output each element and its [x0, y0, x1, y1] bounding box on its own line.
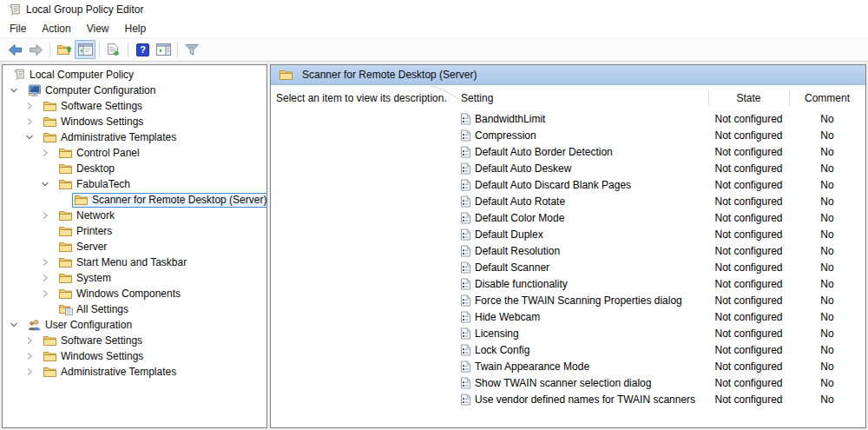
comment-value: No: [789, 162, 865, 175]
chevron-down-icon[interactable]: [25, 129, 41, 145]
chevron-right-icon[interactable]: [25, 333, 41, 348]
tree-item-label: Local Computer Policy: [30, 69, 134, 81]
tree-item-software-settings[interactable]: Software Settings: [3, 98, 266, 114]
show-action-pane-button[interactable]: [153, 40, 174, 59]
setting-name: Use vendor defined names for TWAIN scann…: [475, 394, 695, 406]
chevron-right-icon[interactable]: [25, 98, 41, 114]
menu-help[interactable]: Help: [117, 20, 155, 37]
forward-button[interactable]: [25, 40, 46, 59]
tree-labelbox: Computer Configuration: [25, 83, 159, 98]
tree-item-system[interactable]: System: [3, 270, 266, 286]
comment-value: No: [789, 361, 865, 373]
settings-row-default-auto-border-detection[interactable]: Default Auto Border DetectionNot configu…: [459, 143, 865, 160]
tree-item-printers[interactable]: Printers: [3, 223, 266, 239]
settings-row-default-auto-deskew[interactable]: Default Auto DeskewNot configuredNo: [459, 160, 865, 176]
settings-row-disable-functionality[interactable]: Disable functionalityNot configuredNo: [459, 275, 865, 292]
policy-setting-icon: [460, 278, 472, 290]
chevron-right-icon[interactable]: [41, 270, 56, 286]
settings-row-default-color-mode[interactable]: Default Color ModeNot configuredNo: [459, 209, 865, 226]
export-list-button[interactable]: [103, 40, 124, 59]
menu-bar: File Action View Help: [0, 19, 868, 38]
tree-item-administrative-templates[interactable]: Administrative Templates: [3, 364, 266, 380]
settings-row-use-vendor-defined-names-for-twain-scanners[interactable]: Use vendor defined names for TWAIN scann…: [459, 391, 865, 407]
help-button[interactable]: ?: [132, 40, 153, 59]
tree-item-server[interactable]: Server: [3, 239, 266, 255]
details-header-title: Scanner for Remote Desktop (Server): [302, 69, 477, 81]
settings-row-lock-config[interactable]: Lock ConfigNot configuredNo: [459, 341, 865, 358]
settings-row-force-the-twain-scanning-properties-dialog[interactable]: Force the TWAIN Scanning Properties dial…: [459, 292, 865, 308]
menu-view[interactable]: View: [79, 20, 117, 37]
settings-row-default-auto-rotate[interactable]: Default Auto RotateNot configuredNo: [459, 193, 865, 209]
policy-setting-icon: [460, 195, 472, 208]
chevron-down-icon[interactable]: [10, 83, 25, 98]
show-console-tree-button[interactable]: [75, 40, 95, 59]
policy-setting-icon: [460, 212, 472, 224]
toolbar-separator: [177, 43, 178, 57]
chevron-right-icon[interactable]: [41, 255, 56, 270]
settings-row-default-duplex[interactable]: Default DuplexNot configuredNo: [459, 226, 865, 242]
tree-item-scanner-for-remote-desktop-server[interactable]: Scanner for Remote Desktop (Server): [3, 192, 266, 208]
settings-row-twain-appearance-mode[interactable]: Twain Appearance ModeNot configuredNo: [459, 358, 865, 374]
settings-row-bandwidthlimit[interactable]: BandwidthLimitNot configuredNo: [459, 110, 865, 127]
setting-name: Compression: [475, 129, 536, 142]
settings-row-default-auto-discard-blank-pages[interactable]: Default Auto Discard Blank PagesNot conf…: [459, 176, 865, 193]
chevron-down-icon[interactable]: [10, 317, 25, 333]
setting-cell: Lock Config: [459, 344, 708, 356]
show-action-pane-icon: [156, 43, 171, 56]
tree-item-control-panel[interactable]: Control Panel: [3, 145, 266, 161]
tree-item-label: Administrative Templates: [61, 131, 176, 143]
tree-item-all-settings[interactable]: All Settings: [3, 301, 266, 317]
settings-row-licensing[interactable]: LicensingNot configuredNo: [459, 325, 865, 341]
tree-item-desktop[interactable]: Desktop: [3, 161, 266, 176]
tree-item-software-settings[interactable]: Software Settings: [3, 333, 266, 348]
tree-item-local-computer-policy[interactable]: Local Computer Policy: [3, 67, 266, 83]
back-button[interactable]: [4, 40, 25, 59]
tree-item-label: System: [76, 272, 111, 284]
tree-labelbox: Network: [56, 208, 118, 223]
column-header-comment[interactable]: Comment: [789, 92, 865, 104]
state-value: Not configured: [708, 179, 789, 191]
tree-item-windows-components[interactable]: Windows Components: [3, 286, 266, 301]
tree-item-label: Scanner for Remote Desktop (Server): [92, 194, 266, 206]
tree-item-network[interactable]: Network: [3, 208, 266, 223]
chevron-down-icon[interactable]: [41, 176, 56, 192]
setting-cell: Disable functionality: [459, 278, 708, 290]
column-header-setting[interactable]: Setting: [459, 92, 708, 104]
setting-cell: Default Scanner: [459, 261, 708, 274]
state-value: Not configured: [708, 394, 789, 406]
menu-file[interactable]: File: [2, 20, 34, 37]
svg-text:?: ?: [140, 44, 146, 55]
tree-item-computer-configuration[interactable]: Computer Configuration: [3, 83, 266, 98]
toolbar: ?: [0, 38, 868, 62]
tree-item-start-menu-and-taskbar[interactable]: Start Menu and Taskbar: [3, 255, 266, 270]
tree-item-administrative-templates[interactable]: Administrative Templates: [3, 129, 266, 145]
chevron-right-icon[interactable]: [25, 114, 41, 129]
chevron-right-icon[interactable]: [41, 145, 56, 161]
settings-row-default-scanner[interactable]: Default ScannerNot configuredNo: [459, 259, 865, 275]
settings-row-show-twain-scanner-selection-dialog[interactable]: Show TWAIN scanner selection dialogNot c…: [459, 374, 865, 391]
setting-cell: Force the TWAIN Scanning Properties dial…: [459, 294, 708, 307]
comment-value: No: [789, 212, 865, 224]
comment-value: No: [789, 179, 865, 191]
column-header-state[interactable]: State: [708, 92, 789, 104]
tree-item-windows-settings[interactable]: Windows Settings: [3, 348, 266, 364]
menu-action[interactable]: Action: [34, 20, 78, 37]
chevron-right-icon[interactable]: [25, 364, 41, 380]
state-value: Not configured: [708, 361, 789, 373]
tree-item-user-configuration[interactable]: User Configuration: [3, 317, 266, 333]
settings-row-hide-webcam[interactable]: Hide WebcamNot configuredNo: [459, 308, 865, 325]
filter-button[interactable]: [181, 40, 202, 59]
chevron-right-icon[interactable]: [41, 286, 56, 301]
tree-item-windows-settings[interactable]: Windows Settings: [3, 114, 266, 129]
chevron-right-icon[interactable]: [25, 348, 41, 364]
setting-name: Default Scanner: [475, 261, 549, 274]
folder-icon: [43, 335, 57, 346]
details-header-band: Scanner for Remote Desktop (Server): [271, 65, 865, 85]
tree-item-label: Printers: [76, 225, 112, 237]
policy-setting-icon: [460, 261, 472, 274]
settings-row-compression[interactable]: CompressionNot configuredNo: [459, 127, 865, 143]
chevron-right-icon[interactable]: [41, 208, 56, 223]
tree-item-fabulatech[interactable]: FabulaTech: [3, 176, 266, 192]
up-one-level-button[interactable]: [54, 40, 75, 59]
settings-row-default-resolution[interactable]: Default ResolutionNot configuredNo: [459, 242, 865, 259]
